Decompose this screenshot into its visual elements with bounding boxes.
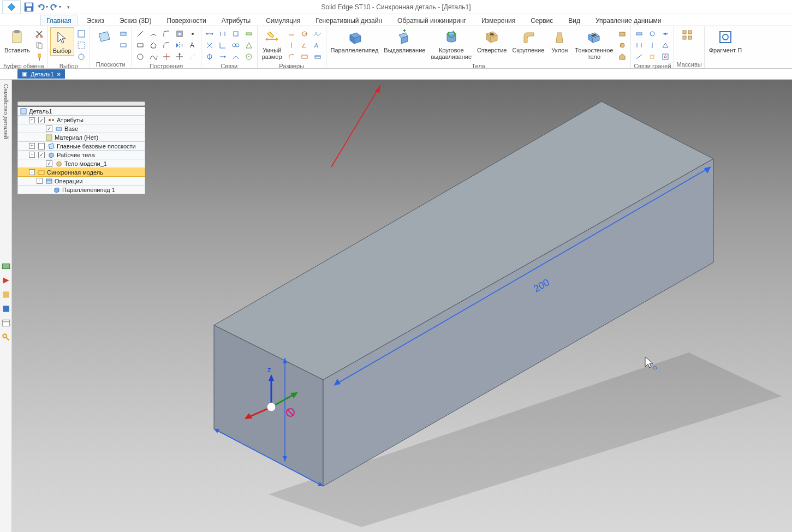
revolve-button[interactable]: Круговое выдавливание [428, 27, 474, 61]
spline-button[interactable] [147, 51, 159, 62]
chamfer-button[interactable] [160, 40, 172, 51]
tree-item[interactable]: -✓Рабочие тела [17, 151, 145, 159]
fr-6[interactable] [646, 51, 658, 62]
ribbon-tab-surfaces[interactable]: Поверхности [161, 15, 212, 26]
tree-item[interactable]: Параллелепипед 1 [17, 186, 145, 194]
fr-5[interactable] [646, 40, 658, 51]
tree-grip[interactable] [17, 101, 145, 106]
solid-ext-3[interactable] [616, 51, 628, 62]
dim-3[interactable] [285, 51, 297, 62]
fr-3[interactable] [633, 51, 645, 62]
ribbon-tab-sketch3d[interactable]: Эскиз (3D) [114, 15, 158, 26]
close-tab-button[interactable]: × [57, 71, 61, 77]
tree-expander[interactable]: - [29, 169, 35, 175]
text-button[interactable]: A [187, 40, 199, 51]
rel-8[interactable] [230, 40, 242, 51]
ribbon-tab-reverse[interactable]: Обратный инжиниринг [391, 15, 472, 26]
fr-4[interactable] [646, 28, 658, 39]
tree-item[interactable]: +Главные базовые плоскости [17, 142, 145, 151]
rel-7[interactable] [230, 28, 242, 39]
solid-ext-1[interactable] [616, 28, 628, 39]
fr-8[interactable] [659, 40, 671, 51]
side-tool-5[interactable] [1, 318, 11, 328]
trim-button[interactable] [160, 51, 172, 62]
tree-expander[interactable]: - [37, 178, 43, 184]
rel-5[interactable] [217, 40, 229, 51]
ribbon-tab-view[interactable]: Вид [562, 15, 586, 26]
tree-expander[interactable]: + [29, 143, 35, 149]
ribbon-tab-sketch[interactable]: Эскиз [81, 15, 110, 26]
dim-9[interactable] [312, 51, 324, 62]
ribbon-tab-simulation[interactable]: Симуляция [260, 15, 306, 26]
rel-11[interactable] [243, 40, 255, 51]
tree-expander[interactable]: - [29, 152, 35, 158]
redo-button[interactable]: ▾ [49, 2, 61, 13]
extrude-button[interactable]: Выдавливание [382, 27, 427, 55]
dim-6[interactable] [299, 51, 311, 62]
tree-item[interactable]: ✓Base [17, 124, 145, 133]
arc-button[interactable] [147, 28, 159, 39]
format-painter-button[interactable] [33, 51, 45, 62]
ribbon-tab-measure[interactable]: Измерения [475, 15, 521, 26]
ribbon-tab-data[interactable]: Управление данными [589, 15, 668, 26]
fr-7[interactable] [659, 28, 671, 39]
qat-customize-button[interactable]: ▾ [62, 2, 74, 13]
dim-4[interactable] [299, 28, 311, 39]
side-rail-label[interactable]: Семейство деталей [3, 84, 9, 139]
tree-expander[interactable]: + [29, 117, 35, 123]
side-tool-2[interactable] [1, 276, 11, 285]
fr-2[interactable] [633, 40, 645, 51]
select-mode-2[interactable] [75, 40, 87, 51]
rel-2[interactable] [204, 40, 216, 51]
tree-item[interactable]: +✓Атрибуты [17, 116, 145, 124]
tree-checkbox[interactable]: ✓ [38, 117, 45, 123]
rel-12[interactable] [243, 51, 255, 62]
rect-button[interactable] [134, 40, 146, 51]
ribbon-tab-home[interactable]: Главная [40, 15, 78, 26]
rel-10[interactable] [243, 28, 255, 39]
circle-button[interactable] [134, 51, 146, 62]
point-button[interactable] [187, 28, 199, 39]
smart-dimension-button[interactable]: Умный размер [260, 27, 284, 61]
round-button[interactable]: Скругление [510, 27, 546, 55]
ribbon-tab-attributes[interactable]: Атрибуты [216, 15, 257, 26]
tree-root[interactable]: Деталь1 [17, 107, 145, 116]
undo-button[interactable]: ▾ [36, 2, 48, 13]
draft-button[interactable]: Уклон [547, 27, 571, 55]
thin-wall-button[interactable]: Тонкостенное тело [573, 27, 615, 61]
tree-item[interactable]: ✓Тело модели_1 [17, 159, 145, 168]
fragment-button[interactable]: Фрагмент П [707, 27, 744, 55]
rel-9[interactable] [230, 51, 242, 62]
cut-button[interactable] [33, 28, 45, 39]
construction-button[interactable] [187, 51, 199, 62]
offset-button[interactable] [174, 28, 186, 39]
select-button[interactable]: Выбор [50, 27, 74, 56]
plane-opt-2[interactable] [117, 40, 129, 51]
plane-button[interactable] [92, 27, 116, 47]
tree-checkbox[interactable] [38, 143, 45, 150]
rel-3[interactable] [204, 51, 216, 62]
line-button[interactable] [134, 28, 146, 39]
fillet-button[interactable] [160, 28, 172, 39]
move-button[interactable] [174, 51, 186, 62]
ribbon-tab-service[interactable]: Сервис [525, 15, 559, 26]
dim-2[interactable] [285, 40, 297, 51]
poly-button[interactable] [147, 40, 159, 51]
ribbon-tab-generative[interactable]: Генеративный дизайн [309, 15, 388, 26]
hole-button[interactable]: Отверстие [475, 27, 509, 55]
rel-6[interactable] [217, 51, 229, 62]
side-tool-4[interactable] [1, 304, 11, 314]
tree-item[interactable]: -Операции [17, 177, 145, 186]
rel-4[interactable] [217, 28, 229, 39]
side-tool-6[interactable] [1, 332, 11, 342]
dim-5[interactable]: ∠ [299, 40, 311, 51]
copy-button[interactable] [33, 40, 45, 51]
tree-item[interactable]: -Синхронная модель [17, 168, 145, 177]
plane-opt-1[interactable] [117, 28, 129, 39]
solid-ext-2[interactable] [616, 40, 628, 51]
side-tool-3[interactable] [1, 290, 11, 300]
paste-button[interactable]: Вставить [2, 27, 32, 55]
rel-1[interactable] [204, 28, 216, 39]
document-tab[interactable]: ▣ Деталь1 × [17, 69, 65, 79]
select-mode-1[interactable] [75, 28, 87, 39]
